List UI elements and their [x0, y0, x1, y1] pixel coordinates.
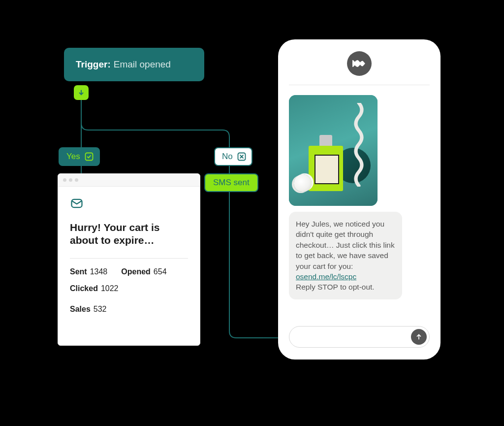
- trigger-label-prefix: Trigger:: [76, 59, 111, 70]
- branch-no-chip: No: [214, 147, 252, 166]
- message-input[interactable]: [289, 326, 430, 348]
- branch-yes-label: Yes: [66, 152, 80, 162]
- email-stats-row2: Sales 532: [70, 305, 188, 314]
- sms-body-post: Reply STOP to opt-out.: [296, 283, 375, 291]
- stat-opened-value: 654: [154, 267, 167, 276]
- brand-logo-icon: [352, 58, 366, 69]
- product-flower-shape: [294, 174, 312, 192]
- divider: [289, 85, 430, 85]
- divider: [70, 258, 188, 259]
- x-square-icon: [237, 152, 247, 162]
- contact-avatar: [347, 51, 372, 76]
- stat-sent: Sent 1348: [70, 267, 107, 276]
- stat-opened-label: Opened: [121, 267, 151, 276]
- email-preview-card: Hurry! Your cart is about to expire… Sen…: [58, 173, 200, 346]
- flow-start-badge: [74, 85, 89, 100]
- check-square-icon: [84, 152, 94, 162]
- send-button[interactable]: [411, 329, 427, 345]
- trigger-label: Email opened: [114, 59, 171, 70]
- email-subject: Hurry! Your cart is about to expire…: [70, 221, 188, 247]
- stat-clicked-label: Clicked: [70, 284, 98, 293]
- email-stats: Sent 1348 Opened 654 Clicked 1022: [70, 267, 188, 293]
- stat-sales-value: 532: [94, 305, 107, 314]
- sms-image-bubble: [289, 95, 378, 206]
- arrow-down-icon: [77, 89, 85, 97]
- stat-sent-value: 1348: [90, 267, 108, 276]
- stat-opened: Opened 654: [121, 267, 166, 276]
- sms-link[interactable]: osend.me/lc/lscpc: [296, 272, 356, 281]
- phone-mockup: Hey Jules, we noticed you didn't quite g…: [278, 39, 441, 360]
- sms-text-bubble: Hey Jules, we noticed you didn't quite g…: [289, 212, 402, 299]
- stat-sent-label: Sent: [70, 267, 87, 276]
- stat-sales: Sales 532: [70, 305, 107, 314]
- branch-no-label: No: [222, 152, 233, 162]
- sms-body-pre: Hey Jules, we noticed you didn't quite g…: [296, 220, 395, 270]
- stat-clicked-value: 1022: [101, 284, 119, 293]
- mail-icon: [70, 197, 84, 210]
- stat-clicked: Clicked 1022: [70, 284, 119, 293]
- message-input-row: [289, 326, 430, 348]
- trigger-node: Trigger: Email opened: [64, 48, 204, 81]
- branch-yes-chip: Yes: [59, 147, 100, 166]
- decorative-squiggle-icon: [353, 103, 365, 187]
- sms-sent-label: SMS sent: [213, 178, 250, 188]
- stat-sales-label: Sales: [70, 305, 91, 314]
- product-bottle-shape: [309, 146, 343, 191]
- arrow-up-icon: [415, 333, 423, 341]
- sms-sent-chip: SMS sent: [204, 173, 258, 192]
- window-titlebar: [58, 174, 200, 187]
